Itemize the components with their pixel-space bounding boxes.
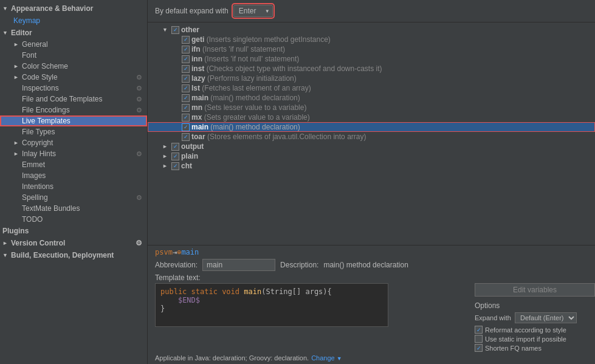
tree-checkbox[interactable]: ✓ [182,36,190,44]
tree-item-toar[interactable]: ✓ toar (Stores elements of java.util.Col… [148,132,595,142]
tree-checkbox[interactable]: ✓ [182,75,190,83]
sidebar-item-todo[interactable]: TODO [0,214,147,225]
sidebar-item-general[interactable]: ► General [0,39,147,50]
tree-checkbox[interactable]: ✓ [182,84,190,92]
sidebar-item-file-types[interactable]: File Types [0,126,147,137]
description-value: main() method declaration [323,261,408,269]
tree-checkbox[interactable]: ✓ [182,65,190,73]
tree-item-inst[interactable]: ✓ inst (Checks object type with instance… [148,64,595,74]
expand-dropdown-wrap: Enter Tab Space [233,5,273,17]
expand-with-row: Expand with Default (Enter) Enter Tab Sp… [475,312,595,323]
tree-checkbox[interactable]: ✓ [171,143,179,151]
sidebar-item-build[interactable]: ▼ Build, Execution, Deployment [0,249,147,261]
arrow-icon: ► [13,41,19,47]
sidebar-item-code-style[interactable]: ► Code Style ⚙ [0,72,147,83]
tree-item-label: main (main() method declaration) [191,123,300,131]
tree-item-lst[interactable]: ✓ lst (Fetches last element of an array) [148,83,595,93]
edit-variables-button[interactable]: Edit variables [475,283,595,297]
sidebar-item-file-encodings[interactable]: File Encodings ⚙ [0,105,147,115]
tree-item-label: mn (Sets lesser value to a variable) [191,103,306,112]
arrow-icon: ► [13,151,19,157]
sidebar-item-emmet[interactable]: Emmet [0,159,147,170]
tree-checkbox[interactable]: ✓ [171,162,179,170]
template-code[interactable]: public static void main(String[] args){ … [155,283,388,327]
bottom-panel: psvm⇥⊕main Abbreviation: Description: ma… [148,245,595,364]
sidebar-item-font[interactable]: Font [0,50,147,61]
tree-checkbox[interactable]: ✓ [182,94,190,102]
sidebar-item-inspections[interactable]: Inspections ⚙ [0,83,147,94]
tree-arrow-icon: ► [162,163,170,169]
tree-item-mx[interactable]: ✓ mx (Sets greater value to a variable) [148,112,595,122]
tree-item-main[interactable]: ✓ main (main() method declaration) [148,93,595,103]
abbreviation-label: Abbreviation: [155,261,198,269]
option-shorten-fq: ✓ Shorten FQ names [475,344,595,352]
arrow-icon: ► [13,63,19,69]
tree-checkbox[interactable]: ✓ [182,46,190,53]
applicable-text: Applicable in Java: declaration; Groovy:… [155,354,309,362]
reformat-label: Reformat according to style [485,326,566,334]
shorten-fq-checkbox[interactable]: ✓ [475,344,483,352]
option-reformat: ✓ Reformat according to style [475,326,595,334]
options-label: Options [475,301,595,310]
gear-icon: ⚙ [136,106,142,114]
reformat-checkbox[interactable]: ✓ [475,326,483,334]
shorten-fq-label: Shorten FQ names [485,345,542,352]
tree-item-lazy[interactable]: ✓ lazy (Performs lazy initialization) [148,74,595,83]
top-bar: By default expand with Enter Tab Space [148,0,595,22]
applicable-row: Applicable in Java: declaration; Groovy:… [148,353,595,364]
tree-item-cht[interactable]: ► ✓ cht [148,161,595,171]
abbreviation-input[interactable] [202,259,275,271]
static-import-checkbox[interactable] [475,335,483,343]
template-text-label: Template text: [148,272,595,283]
sidebar-item-images[interactable]: Images [0,170,147,181]
tree-item-label: geti (Inserts singleton method getInstan… [191,35,331,44]
tree-checkbox[interactable]: ✓ [171,26,179,34]
expand-label: By default expand with [155,7,229,15]
tree-item-output[interactable]: ► ✓ output [148,142,595,151]
tree-item-label: other [181,26,199,34]
template-options-row: public static void main(String[] args){ … [148,283,595,353]
applicable-change-link[interactable]: Change ▼ [311,354,342,362]
main-container: ▼ Appearance & Behavior Keymap ▼ Editor … [0,0,595,364]
sidebar-item-live-templates[interactable]: Live Templates [0,115,147,126]
sidebar-item-keymap[interactable]: Keymap [0,15,147,27]
tree-item-geti[interactable]: ✓ geti (Inserts singleton method getInst… [148,35,595,44]
tree-item-label: inn (Inserts 'if not null' statement) [191,55,299,63]
template-tree: ▼ ✓ other ✓ geti (Inserts singleton meth… [148,22,595,245]
sidebar-item-spelling[interactable]: Spelling ⚙ [0,192,147,203]
arrow-icon: ▼ [2,252,9,258]
tree-checkbox[interactable]: ✓ [182,123,190,131]
chevron-down-icon: ▼ [337,355,342,362]
tree-item-main2[interactable]: ✓ main (main() method declaration) [148,122,595,132]
tree-item-label: main (main() method declaration) [191,94,300,102]
sidebar-item-appearance[interactable]: ▼ Appearance & Behavior [0,2,147,15]
tree-item-inn[interactable]: ✓ inn (Inserts 'if not null' statement) [148,54,595,64]
sidebar-item-color-scheme[interactable]: ► Color Scheme [0,61,147,72]
gear-icon: ⚙ [136,74,142,81]
tree-item-label: toar (Stores elements of java.util.Colle… [191,132,366,141]
sidebar-item-intentions[interactable]: Intentions [0,181,147,192]
expand-with-select[interactable]: Default (Enter) Enter Tab Space [515,312,577,323]
tree-checkbox[interactable]: ✓ [182,104,190,112]
tree-item-ifn[interactable]: ✓ ifn (Inserts 'if null' statement) [148,44,595,54]
tree-item-other[interactable]: ▼ ✓ other [148,25,595,35]
tree-item-plain[interactable]: ► ✓ plain [148,151,595,161]
sidebar-item-file-code-templates[interactable]: File and Code Templates ⚙ [0,94,147,105]
expand-with-dropdown[interactable]: Enter Tab Space [233,5,273,17]
sidebar-item-textmate[interactable]: TextMate Bundles [0,203,147,214]
tree-item-mn[interactable]: ✓ mn (Sets lesser value to a variable) [148,103,595,112]
tree-checkbox[interactable]: ✓ [182,133,190,141]
gear-icon: ⚙ [136,194,142,202]
tree-arrow-icon: ► [162,143,170,149]
tree-checkbox[interactable]: ✓ [171,153,179,160]
sidebar-item-plugins[interactable]: Plugins [0,225,147,237]
sidebar-item-version-control[interactable]: ► Version Control ⚙ [0,237,147,249]
sidebar-item-inlay-hints[interactable]: ► Inlay Hints ⚙ [0,148,147,159]
expand-with-label: Expand with [475,314,511,321]
tree-checkbox[interactable]: ✓ [182,55,190,63]
sidebar-item-editor[interactable]: ▼ Editor [0,27,147,39]
tree-checkbox[interactable]: ✓ [182,114,190,122]
sidebar-item-copyright[interactable]: ► Copyright [0,137,147,148]
tree-item-label: mx (Sets greater value to a variable) [191,113,310,122]
template-section: public static void main(String[] args){ … [148,283,467,353]
